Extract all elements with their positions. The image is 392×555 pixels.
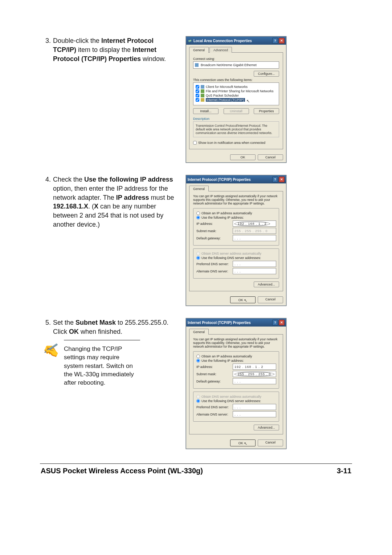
dialog-title: Local Area Connection Properties <box>193 39 252 43</box>
intro-text: You can get IP settings assigned automat… <box>193 337 279 348</box>
close-button[interactable]: ✕ <box>279 38 285 44</box>
ok-button[interactable]: OK ↖ <box>230 296 256 303</box>
close-button[interactable]: ✕ <box>279 320 285 325</box>
radio-auto-ip[interactable] <box>196 211 200 215</box>
radio-auto-dns <box>196 395 200 398</box>
gateway-field[interactable]: . . . <box>233 235 276 241</box>
fileshare-icon <box>201 89 204 93</box>
alternate-dns-field[interactable]: . . . <box>233 411 276 417</box>
footer-rule <box>40 463 352 464</box>
help-button[interactable]: ? <box>272 320 278 325</box>
cancel-button[interactable]: Cancel <box>258 154 283 160</box>
ok-button[interactable]: OK ↖ <box>230 439 256 446</box>
tcpip-icon <box>201 98 204 102</box>
uninstall-button[interactable]: Uninstall <box>224 108 249 114</box>
radio-auto-dns <box>196 252 200 255</box>
tab-advanced[interactable]: Advanced <box>209 47 232 53</box>
item-checkbox[interactable] <box>196 85 199 89</box>
radio-static-dns[interactable] <box>196 256 200 260</box>
cancel-button[interactable]: Cancel <box>258 296 283 303</box>
configure-button[interactable]: Configure... <box>254 71 279 77</box>
preferred-dns-field[interactable]: . . . <box>233 261 276 267</box>
note-hand-icon: ✍ <box>41 337 63 360</box>
ip-address-field[interactable]: 192 . 168 . 1 . 2 <box>233 364 276 370</box>
note-text: Changing the TCP/IP settings may require… <box>64 340 140 387</box>
install-button[interactable]: Install... <box>193 108 219 114</box>
gateway-field[interactable]: . . . <box>233 378 276 384</box>
preferred-dns-field[interactable]: . . . <box>233 404 276 410</box>
tab-general[interactable]: General <box>189 186 209 191</box>
description-box: Transmission Control Protocol/Internet P… <box>193 121 279 137</box>
step-number: 4. <box>40 175 53 229</box>
alternate-dns-field[interactable]: . . . <box>233 268 276 274</box>
client-icon <box>201 85 204 89</box>
page-number: 3-11 <box>337 467 351 475</box>
dialog-title: Internet Protocol (TCP/IP) Properties <box>188 178 251 182</box>
help-button[interactable]: ? <box>272 177 278 182</box>
qos-icon <box>201 94 204 97</box>
item-checkbox[interactable] <box>196 94 199 97</box>
items-label: This connection uses the following items… <box>193 78 279 82</box>
tab-general[interactable]: General <box>189 47 209 53</box>
cursor-icon: ↖ <box>246 99 250 104</box>
radio-static-ip[interactable] <box>196 216 200 219</box>
dialog-lan-properties: ⇄Local Area Connection Properties ? ✕ Ge… <box>186 36 286 163</box>
cursor-icon: ↖ <box>244 441 247 446</box>
dialog-tcpip-properties-2: Internet Protocol (TCP/IP) Properties ? … <box>186 318 286 449</box>
subnet-mask-field[interactable]: 255 . 255 . 255 . 0 <box>233 228 276 234</box>
item-checkbox[interactable] <box>196 89 199 93</box>
radio-auto-ip[interactable] <box>196 355 200 358</box>
adapter-field: Broadcom NetXtreme Gigabit Ethernet <box>193 61 279 69</box>
subnet-mask-field[interactable]: 255 . 255 . 255 . 0 <box>233 371 276 377</box>
radio-static-dns[interactable] <box>196 399 200 403</box>
adapter-icon <box>195 63 199 67</box>
properties-button[interactable]: Properties <box>254 108 279 114</box>
cursor-icon: ↖ <box>244 298 247 303</box>
item-checkbox[interactable] <box>196 98 199 102</box>
close-button[interactable]: ✕ <box>279 177 285 182</box>
ip-address-field[interactable]: 192 . 168 . 1 . 2 <box>233 220 276 227</box>
description-label: Description <box>193 117 279 121</box>
advanced-button[interactable]: Advanced... <box>254 281 279 287</box>
step-number: 3. <box>40 36 53 63</box>
help-button[interactable]: ? <box>272 38 278 44</box>
tab-general[interactable]: General <box>189 329 209 335</box>
dialog-title: Internet Protocol (TCP/IP) Properties <box>188 321 251 325</box>
dialog-tcpip-properties: Internet Protocol (TCP/IP) Properties ? … <box>186 175 286 306</box>
radio-static-ip[interactable] <box>196 359 200 362</box>
step5-text: Set the Subnet Mask to 255.255.255.0. Cl… <box>53 318 178 336</box>
ok-button[interactable]: OK <box>230 154 256 160</box>
advanced-button[interactable]: Advanced... <box>254 425 279 430</box>
network-icon: ⇄ <box>188 39 192 43</box>
cancel-button[interactable]: Cancel <box>258 439 283 446</box>
step3-text: Double-click the Internet Protocol TCP/I… <box>53 36 178 63</box>
step4-text: Check the Use the following IP address o… <box>53 175 178 229</box>
show-icon-checkbox[interactable] <box>193 141 197 145</box>
connect-using-label: Connect using: <box>193 57 279 61</box>
footer-title: ASUS Pocket Wireless Access Point (WL-33… <box>41 467 203 475</box>
step-number: 5. <box>40 318 53 336</box>
intro-text: You can get IP settings assigned automat… <box>193 194 279 205</box>
items-list[interactable]: Client for Microsoft Networks File and P… <box>193 82 279 105</box>
